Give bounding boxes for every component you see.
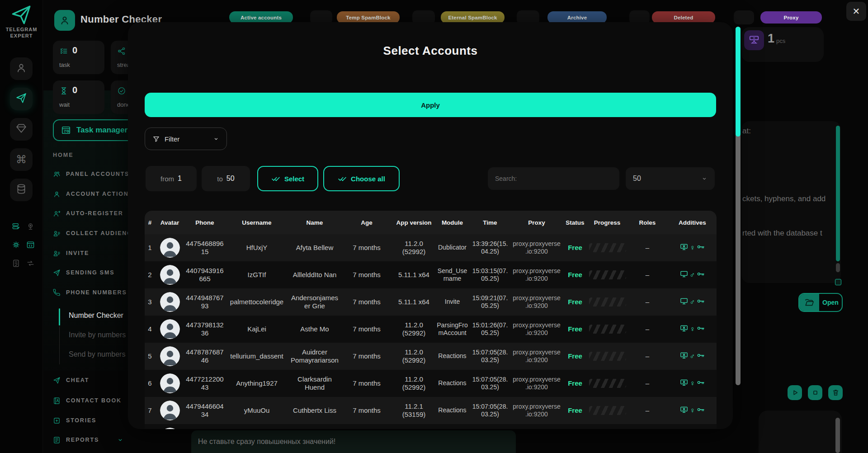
table-row[interactable]: 7447944660434yMuuOuCuthbertx Liss7 month… xyxy=(145,397,717,424)
cell-phone: 447944660434 xyxy=(184,402,225,419)
tab-count-badge xyxy=(734,10,754,24)
tab-eternal-spamblock[interactable]: Eternal SpamBlock xyxy=(441,11,505,24)
sidebar-item-account-action[interactable]: ACCOUNT ACTION xyxy=(53,189,129,199)
sidebar-item-invite[interactable]: INVITE xyxy=(53,248,89,259)
cell-username: yMuuOu xyxy=(225,406,288,415)
sidebar-item-number-checker[interactable]: Number Checker xyxy=(69,311,123,320)
rail-database-button[interactable] xyxy=(10,179,33,201)
delete-button[interactable] xyxy=(828,385,843,400)
sidebar-item-contact-book[interactable]: CONTACT BOOK xyxy=(53,395,122,406)
column-header-time: Time xyxy=(469,219,511,226)
monitor-x-icon xyxy=(680,324,688,334)
swap-icon[interactable] xyxy=(26,259,35,268)
modal-scrollbar-thumb[interactable] xyxy=(736,27,741,137)
chevron-down-icon xyxy=(213,136,219,142)
select-button[interactable]: Select xyxy=(257,166,318,191)
rail-command-button[interactable]: ⌘ xyxy=(10,148,33,171)
cell-app-version: 11.2.0 (52992) xyxy=(392,375,435,392)
modal-title: Select Accounts xyxy=(128,44,733,58)
panel-scrollbar-track[interactable] xyxy=(836,263,840,272)
stat-value: 0 xyxy=(72,45,77,56)
table-row[interactable]: 844746650553unsaturationamaReactio15:07:… xyxy=(145,424,717,429)
search-input[interactable] xyxy=(488,167,619,190)
column-header-module: Module xyxy=(435,219,469,226)
double-check-icon xyxy=(271,174,280,183)
to-input[interactable]: to 50 xyxy=(202,166,250,191)
progress-bar xyxy=(589,297,626,307)
sidebar-item-cheat[interactable]: CHEAT xyxy=(53,375,89,386)
table-row[interactable]: 24407943916665IzGTIfAlllelddIto Nan7 mon… xyxy=(145,261,717,288)
cell-name: Auidrcer Pomayrariarson xyxy=(288,348,341,365)
cell-status: Free xyxy=(562,298,588,306)
from-value: 1 xyxy=(178,175,182,183)
avatar xyxy=(160,319,180,339)
sidebar-item-stories[interactable]: STORIES xyxy=(53,415,96,426)
stop-button[interactable] xyxy=(808,385,822,400)
cell-roles: – xyxy=(627,406,668,415)
play-button[interactable] xyxy=(788,385,802,400)
filter-dropdown[interactable]: Filter xyxy=(145,127,227,150)
contact-book-icon xyxy=(53,397,61,405)
sidebar-item-send-by-numbers[interactable]: Send by numbers xyxy=(69,350,125,359)
cell-module: Reactions xyxy=(435,406,469,414)
proxy-count-unit: pcs xyxy=(776,38,785,44)
monitor-x-icon xyxy=(680,243,688,253)
sidebar-item-panel-accounts[interactable]: PANEL ACCOUNTS xyxy=(53,169,129,179)
tab-active-accounts[interactable]: Active accounts xyxy=(229,11,293,24)
paper-plane-icon xyxy=(53,269,61,277)
sidebar-item-label: AUTO-REGISTER xyxy=(66,210,123,217)
column-header-age: Age xyxy=(341,219,392,226)
close-icon[interactable]: ✕ xyxy=(846,2,866,21)
menu-section-home: HOME xyxy=(53,150,74,160)
sidebar-item-collect-audience[interactable]: COLLECT AUDIENCE xyxy=(53,228,137,239)
key-icon xyxy=(697,378,705,388)
rail-diamond-button[interactable] xyxy=(10,118,33,141)
page-size-select[interactable]: 50 xyxy=(626,167,715,190)
webcam-icon[interactable] xyxy=(26,222,35,231)
cell-avatar xyxy=(155,238,184,258)
sidebar-item-phone-numbers[interactable]: PHONE NUMBERS xyxy=(53,287,127,298)
choose-all-button[interactable]: Choose all xyxy=(323,166,400,191)
progress-bar xyxy=(589,352,626,361)
tab-temp-spamblock[interactable]: Temp SpamBlock xyxy=(337,11,400,24)
apply-button[interactable]: Apply xyxy=(145,93,716,117)
gear-icon[interactable] xyxy=(11,240,20,249)
from-input[interactable]: from 1 xyxy=(146,166,197,191)
cell-module: Dublicator xyxy=(435,244,469,251)
stat-card-task: 0task xyxy=(53,41,104,74)
column-header-proxy: Proxy xyxy=(511,219,562,226)
cell-progress xyxy=(588,325,627,334)
avatar xyxy=(160,401,180,420)
tab-proxy[interactable]: Proxy xyxy=(760,11,822,24)
phone-icon xyxy=(53,289,61,297)
table-row[interactable]: 1447546889615HfUxjYAfyta Bellew7 months1… xyxy=(145,234,717,261)
key-icon xyxy=(697,324,705,334)
table-row[interactable]: 6447721220043Anything1927Clarksardin Hue… xyxy=(145,370,717,397)
code-window-icon[interactable] xyxy=(26,240,35,249)
open-button[interactable]: Open xyxy=(798,293,843,312)
menu-section-label: HOME xyxy=(53,152,74,158)
rail-paper-plane-button[interactable] xyxy=(10,88,33,110)
command-icon: ⌘ xyxy=(16,154,27,165)
table-row[interactable]: 5447878768746tellurium_dassentAuidrcer P… xyxy=(145,343,717,370)
note-check-icon[interactable] xyxy=(11,259,20,268)
sidebar-item-auto-register[interactable]: AUTO-REGISTER xyxy=(53,208,123,219)
table-row[interactable]: 4447379813236KajLeiAsthe Mo7 months11.2.… xyxy=(145,316,717,343)
key-icon xyxy=(697,297,705,307)
server-check-icon[interactable] xyxy=(11,222,20,231)
stop-icon xyxy=(811,388,820,397)
cell-additives: ♂ xyxy=(668,297,717,307)
sidebar-item-sending-sms[interactable]: SENDING SMS xyxy=(53,267,114,278)
tab-archive[interactable]: Archive xyxy=(547,11,607,24)
sidebar-item-reports[interactable]: REPORTS xyxy=(53,434,123,445)
bottom-right-scrollbar[interactable] xyxy=(835,418,840,453)
table-row[interactable]: 3447494876793palmettocoleridgeAndersonja… xyxy=(145,288,717,316)
sidebar-item-invite-by-numbers[interactable]: Invite by numbers xyxy=(69,331,126,339)
tab-deleted[interactable]: Deleted xyxy=(652,11,715,24)
cell-status: Free xyxy=(562,379,588,387)
male-icon: ♂ xyxy=(690,271,695,279)
rail-person-button[interactable] xyxy=(10,57,33,80)
report-icon xyxy=(53,436,61,444)
panel-scrollbar-thumb[interactable] xyxy=(836,126,840,261)
resize-handle[interactable] xyxy=(835,279,841,285)
